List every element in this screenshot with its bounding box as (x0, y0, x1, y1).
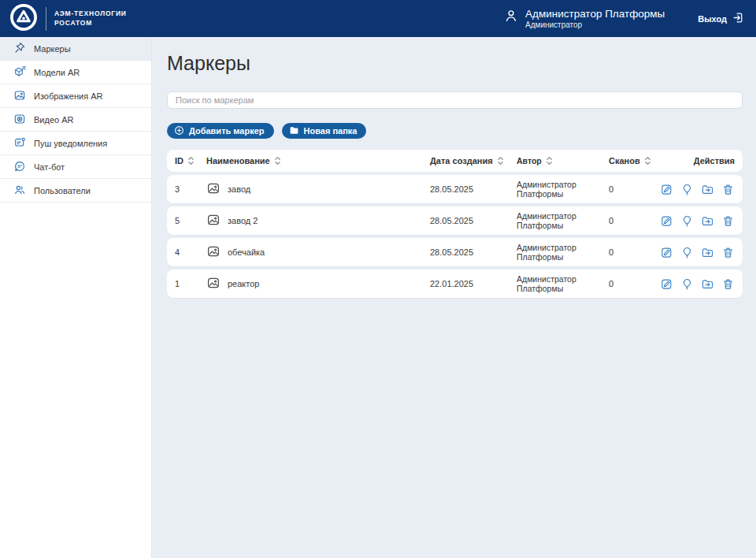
edit-button[interactable] (660, 246, 673, 259)
row-created-date: 22.01.2025 (430, 279, 517, 288)
row-author: Администратор Платформы (517, 211, 609, 230)
sidebar-item-label: Чат-бот (34, 162, 65, 172)
pin-location-button[interactable] (680, 183, 694, 196)
row-created-date: 28.05.2025 (430, 216, 517, 225)
edit-button[interactable] (660, 277, 673, 291)
column-header-id[interactable]: ID (175, 155, 206, 166)
new-folder-button[interactable]: Новая папка (282, 123, 367, 139)
pin-icon (13, 42, 26, 56)
video-icon (13, 113, 26, 127)
delete-button[interactable] (721, 246, 735, 259)
marker-image-icon (206, 276, 220, 292)
brand-line1: АЭМ-ТЕХНОЛОГИИ (54, 9, 127, 18)
user-name: Администратор Платформы (525, 8, 665, 20)
brand-line2: РОСАТОМ (54, 19, 127, 28)
pin-location-button[interactable] (680, 214, 694, 228)
marker-image-icon (206, 244, 220, 260)
row-id: 3 (175, 184, 206, 194)
table-row: 5 завод 2 28.05.2025 Администратор Платф… (167, 206, 743, 235)
delete-button[interactable] (721, 183, 735, 196)
row-name: обечайка (228, 247, 265, 257)
row-scans-count: 0 (609, 216, 660, 225)
pin-location-button[interactable] (680, 277, 694, 291)
sidebar-item-video-ar[interactable]: Видео AR (0, 108, 151, 132)
row-scans-count: 0 (609, 184, 660, 194)
logout-label: Выход (698, 14, 727, 24)
push-notification-icon (13, 136, 26, 151)
logout-button[interactable]: Выход (698, 11, 745, 27)
sidebar-item-label: Изображения AR (34, 91, 102, 101)
edit-button[interactable] (660, 214, 673, 228)
current-user: Администратор Платформы Администратор (503, 8, 665, 29)
cube-3d-icon: 3D (13, 65, 26, 80)
move-to-folder-button[interactable] (701, 214, 714, 228)
page-title: Маркеры (167, 52, 743, 75)
brand-logo-block: АЭМ-ТЕХНОЛОГИИ РОСАТОМ (9, 3, 127, 35)
user-icon (503, 8, 519, 27)
brand-text: АЭМ-ТЕХНОЛОГИИ РОСАТОМ (54, 9, 127, 28)
row-scans-count: 0 (609, 279, 660, 288)
row-name: завод (228, 184, 250, 194)
sidebar-item-push-notifications[interactable]: Пуш уведомления (0, 132, 151, 155)
sort-icon[interactable] (644, 155, 651, 166)
sidebar-item-users[interactable]: Пользователи (0, 179, 151, 203)
users-icon (13, 184, 26, 198)
marker-image-icon (206, 213, 220, 229)
column-header-created[interactable]: Дата создания (430, 155, 517, 166)
row-id: 5 (175, 216, 206, 225)
sort-icon[interactable] (274, 155, 281, 166)
sidebar-item-markers[interactable]: Маркеры (0, 37, 151, 61)
sidebar-item-label: Пользователи (34, 186, 91, 195)
table-body: 3 завод 28.05.2025 Администратор Платфор… (167, 175, 743, 298)
image-icon (13, 89, 26, 103)
user-role: Администратор (525, 20, 665, 29)
sidebar-item-label: Модели AR (34, 68, 80, 77)
column-header-author[interactable]: Автор (517, 155, 609, 166)
search-input[interactable] (167, 91, 743, 109)
new-folder-label: Новая папка (304, 126, 358, 136)
row-created-date: 28.05.2025 (430, 184, 517, 194)
marker-image-icon (206, 181, 220, 197)
sidebar-item-images-ar[interactable]: Изображения AR (0, 84, 151, 108)
row-name: реактор (228, 279, 259, 288)
row-author: Администратор Платформы (517, 274, 609, 293)
table-row: 3 завод 28.05.2025 Администратор Платфор… (167, 175, 743, 203)
plus-circle-icon (174, 125, 184, 137)
row-id: 4 (175, 247, 206, 257)
main-content: Маркеры Добавить маркер Новая па (152, 37, 756, 558)
brand-divider (46, 7, 46, 31)
rosatom-logo-icon (9, 3, 38, 35)
delete-button[interactable] (721, 277, 735, 291)
markers-table: ID Наименование Да (167, 150, 743, 298)
table-row: 4 обечайка 28.05.2025 Администратор Плат… (167, 238, 743, 266)
row-name: завод 2 (228, 216, 258, 225)
logout-icon (732, 11, 745, 27)
add-marker-label: Добавить маркер (189, 126, 265, 136)
edit-button[interactable] (660, 183, 673, 196)
move-to-folder-button[interactable] (701, 246, 714, 259)
column-header-scans[interactable]: Сканов (609, 155, 660, 166)
pin-location-button[interactable] (680, 246, 694, 259)
table-row: 1 реактор 22.01.2025 Администратор Платф… (167, 270, 743, 298)
row-scans-count: 0 (609, 247, 660, 257)
move-to-folder-button[interactable] (701, 183, 714, 196)
row-id: 1 (175, 279, 206, 288)
column-header-name[interactable]: Наименование (206, 155, 430, 166)
row-author: Администратор Платформы (517, 180, 609, 199)
delete-button[interactable] (721, 214, 735, 228)
table-header: ID Наименование Да (167, 150, 743, 172)
sort-icon[interactable] (546, 155, 553, 166)
sort-icon[interactable] (497, 155, 504, 166)
sidebar: Маркеры 3D Модели AR Изображения AR (0, 37, 152, 558)
sidebar-item-label: Пуш уведомления (34, 139, 107, 148)
app-header: АЭМ-ТЕХНОЛОГИИ РОСАТОМ Администратор Пла… (0, 0, 756, 37)
column-header-actions: Действия (660, 156, 735, 166)
move-to-folder-button[interactable] (701, 277, 714, 291)
sort-icon[interactable] (187, 155, 195, 166)
folder-icon (289, 125, 299, 137)
row-created-date: 28.05.2025 (430, 247, 517, 257)
sidebar-item-chat-bot[interactable]: Чат-бот (0, 155, 151, 179)
chat-bot-icon (13, 160, 26, 174)
sidebar-item-models-ar[interactable]: 3D Модели AR (0, 61, 151, 84)
add-marker-button[interactable]: Добавить маркер (167, 123, 274, 139)
